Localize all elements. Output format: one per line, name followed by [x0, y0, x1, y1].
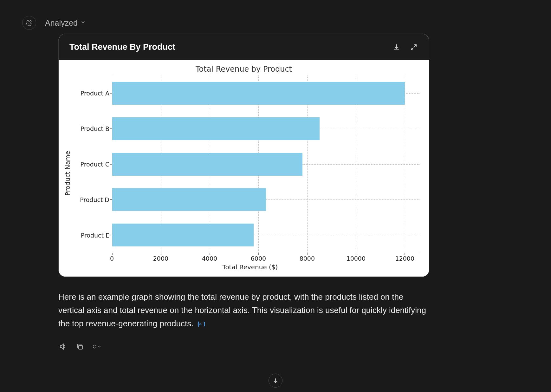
ytick-label: Product D [80, 196, 109, 203]
x-axis-label: Total Revenue ($) [75, 263, 426, 271]
expand-button[interactable] [409, 43, 418, 52]
card-header: Total Revenue By Product [59, 34, 429, 60]
arrow-down-icon [272, 377, 279, 384]
view-code-button[interactable] [197, 321, 205, 328]
xtick-label: 4000 [202, 255, 217, 262]
bar [112, 224, 254, 246]
speaker-icon [59, 343, 67, 350]
xtick-label: 6000 [251, 255, 266, 262]
analyzed-label: Analyzed [45, 18, 78, 28]
xtick-label: 12000 [395, 255, 414, 262]
download-button[interactable] [392, 43, 401, 52]
gridline-v [405, 75, 405, 253]
assistant-message: Here is an example graph showing the tot… [58, 290, 429, 330]
svg-point-0 [28, 22, 30, 24]
bar [112, 82, 405, 105]
scroll-to-bottom-button[interactable] [269, 374, 282, 388]
svg-rect-4 [79, 345, 82, 349]
refresh-icon [93, 343, 97, 350]
chart-card: Total Revenue By Product Total Revenue b… [58, 34, 429, 277]
regenerate-button[interactable] [93, 342, 101, 351]
chevron-down-icon [80, 19, 86, 27]
chart-body: Total Revenue by Product Product Name Pr… [59, 60, 429, 277]
ytick-label: Product B [81, 125, 109, 132]
chevron-down-icon [97, 343, 101, 350]
xtick-label: 10000 [347, 255, 366, 262]
xtick-label: 8000 [300, 255, 315, 262]
xtick-label: 0 [110, 255, 114, 262]
ytick-label: Product C [81, 161, 109, 168]
expand-icon [410, 43, 418, 51]
bar [112, 188, 266, 211]
ytick-label: Product A [81, 90, 109, 97]
chart-title: Total Revenue by Product [62, 65, 426, 74]
svg-line-2 [411, 48, 413, 50]
copy-button[interactable] [75, 342, 84, 351]
code-icon [197, 321, 205, 328]
card-title: Total Revenue By Product [69, 42, 175, 52]
bar [112, 117, 320, 140]
message-actions [58, 342, 429, 351]
download-icon [393, 43, 400, 51]
read-aloud-button[interactable] [58, 342, 67, 351]
openai-logo-icon [25, 19, 33, 27]
y-axis-label: Product Name [62, 75, 75, 271]
assistant-avatar [22, 16, 36, 30]
plot-area [112, 75, 419, 253]
caption-text: Here is an example graph showing the tot… [58, 292, 426, 328]
xtick-label: 2000 [153, 255, 168, 262]
ytick-label: Product E [81, 232, 109, 239]
bar [112, 153, 302, 176]
svg-line-1 [414, 45, 416, 47]
copy-icon [76, 343, 84, 350]
analyzed-toggle[interactable]: Analyzed [45, 18, 86, 28]
